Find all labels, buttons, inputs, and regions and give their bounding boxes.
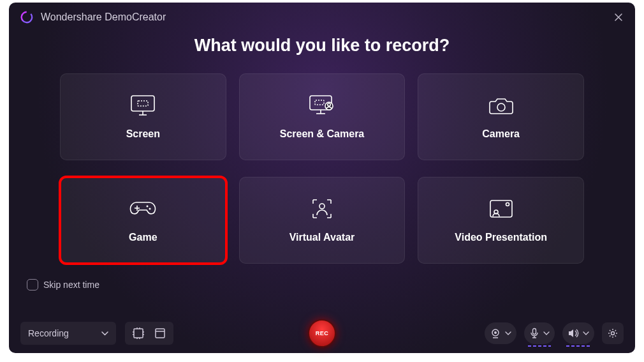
speaker-toggle[interactable] <box>562 322 594 344</box>
card-screen-camera[interactable]: Screen & Camera <box>239 73 406 160</box>
window-select-button[interactable] <box>149 324 171 343</box>
mode-cards: Screen Screen & Camera Camera Game Virtu <box>9 73 635 264</box>
card-label: Screen & Camera <box>280 128 365 140</box>
card-label: Video Presentation <box>455 232 547 243</box>
card-camera[interactable]: Camera <box>418 73 584 160</box>
skip-checkbox[interactable] <box>27 279 38 290</box>
webcam-toggle[interactable] <box>485 322 516 344</box>
skip-row: Skip next time <box>9 264 635 290</box>
svg-point-17 <box>319 204 325 209</box>
card-screen[interactable]: Screen <box>60 73 226 160</box>
svg-rect-21 <box>134 329 143 338</box>
screen-camera-icon <box>307 94 337 117</box>
svg-rect-5 <box>138 101 148 106</box>
card-video-presentation[interactable]: Video Presentation <box>418 177 584 264</box>
svg-point-16 <box>149 208 151 210</box>
virtual-avatar-icon <box>309 197 335 220</box>
card-label: Camera <box>482 128 520 140</box>
chevron-down-icon <box>505 331 511 335</box>
card-label: Virtual Avatar <box>289 232 355 243</box>
app-logo-icon <box>19 10 34 25</box>
svg-point-12 <box>497 103 505 111</box>
microphone-icon <box>529 328 539 339</box>
titlebar: Wondershare DemoCreator <box>9 3 635 32</box>
chevron-down-icon <box>583 331 589 335</box>
settings-button[interactable] <box>602 322 624 344</box>
close-button[interactable] <box>612 11 625 24</box>
svg-point-25 <box>494 331 497 334</box>
record-label: REC <box>316 330 329 336</box>
svg-rect-22 <box>156 329 165 338</box>
video-presentation-icon <box>487 197 515 220</box>
chevron-down-icon <box>543 331 550 335</box>
svg-rect-9 <box>315 100 324 105</box>
mode-label: Recording <box>28 328 69 338</box>
camera-icon <box>488 94 515 117</box>
webcam-icon <box>490 328 501 339</box>
chevron-down-icon <box>101 331 108 336</box>
svg-rect-27 <box>533 329 536 335</box>
app-window: Wondershare DemoCreator What would you l… <box>9 3 635 353</box>
right-tools <box>485 322 624 344</box>
gear-icon <box>607 328 618 339</box>
capture-tools <box>125 322 173 345</box>
record-button[interactable]: REC <box>308 319 336 347</box>
gamepad-icon <box>128 197 157 220</box>
speaker-icon <box>567 328 579 338</box>
screen-icon <box>129 94 157 117</box>
card-game[interactable]: Game <box>60 177 226 264</box>
microphone-toggle[interactable] <box>524 322 555 344</box>
svg-rect-2 <box>131 96 154 111</box>
bottombar: Recording REC <box>9 313 635 353</box>
card-label: Screen <box>126 128 160 140</box>
card-virtual-avatar[interactable]: Virtual Avatar <box>239 177 406 264</box>
page-heading: What would you like to record? <box>9 36 635 56</box>
svg-point-28 <box>611 332 615 335</box>
card-label: Game <box>129 232 157 243</box>
app-title: Wondershare DemoCreator <box>41 11 166 23</box>
svg-point-15 <box>147 206 149 207</box>
svg-point-19 <box>506 203 509 206</box>
region-select-button[interactable] <box>128 324 149 343</box>
skip-label: Skip next time <box>43 280 99 290</box>
mode-dropdown[interactable]: Recording <box>20 322 116 345</box>
